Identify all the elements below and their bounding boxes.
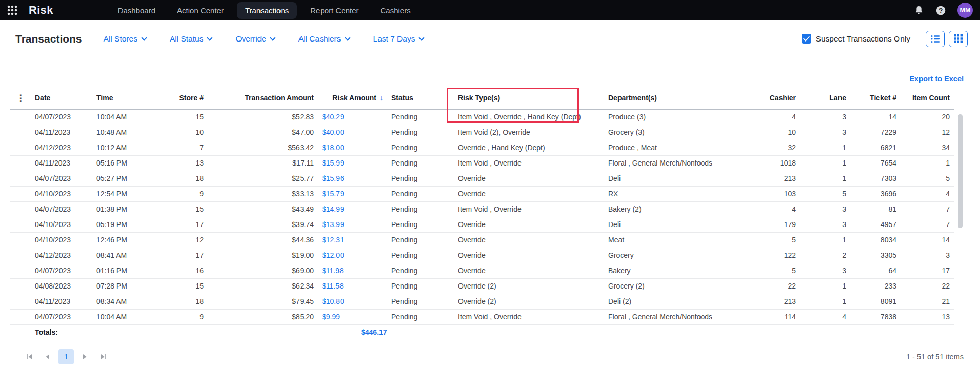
filter-dropdown-last-7-days[interactable]: Last 7 Days bbox=[373, 34, 424, 44]
column-header-risk-amount[interactable]: Risk Amount↓ bbox=[318, 87, 387, 109]
suspect-only-checkbox[interactable] bbox=[802, 34, 811, 44]
cell-risk_types: Override (2) bbox=[444, 294, 600, 309]
column-header-item-count[interactable]: Item Count bbox=[901, 87, 954, 109]
cell-items: 14 bbox=[901, 232, 954, 248]
cell-date: 04/12/2023 bbox=[31, 248, 92, 263]
column-header-lane[interactable]: Lane bbox=[800, 87, 850, 109]
cell-store: 10 bbox=[169, 125, 208, 140]
cell-risk[interactable]: $13.99 bbox=[318, 217, 387, 232]
app-launcher-grid-icon[interactable] bbox=[6, 4, 18, 16]
cell-time: 10:04 AM bbox=[92, 109, 169, 125]
cell-lane: 1 bbox=[800, 171, 850, 186]
cell-risk[interactable]: $11.58 bbox=[318, 278, 387, 294]
chevron-down-icon bbox=[270, 35, 275, 40]
cell-risk[interactable]: $12.00 bbox=[318, 248, 387, 263]
column-header-time[interactable]: Time bbox=[92, 87, 169, 109]
nav-item-transactions[interactable]: Transactions bbox=[237, 2, 297, 19]
cell-cashier: 4 bbox=[756, 201, 800, 217]
cell-ticket: 3696 bbox=[850, 186, 901, 201]
current-page-button[interactable]: 1 bbox=[58, 349, 74, 364]
cell-lane: 3 bbox=[800, 217, 850, 232]
filter-dropdown-all-stores[interactable]: All Stores bbox=[104, 34, 146, 44]
sort-descending-icon: ↓ bbox=[379, 94, 383, 102]
cell-risk[interactable]: $15.79 bbox=[318, 186, 387, 201]
cell-departments: RX bbox=[600, 186, 756, 201]
export-to-excel-link[interactable]: Export to Excel bbox=[909, 75, 964, 83]
cell-amount: $52.83 bbox=[208, 109, 318, 125]
table-row: 04/10/202305:19 PM17$39.74$13.99PendingO… bbox=[10, 217, 954, 232]
cell-items: 12 bbox=[901, 125, 954, 140]
cell-date: 04/10/2023 bbox=[31, 232, 92, 248]
cell-risk_types: Override bbox=[444, 186, 600, 201]
next-page-button[interactable] bbox=[77, 349, 92, 364]
pagination-bar: 1 1 - 51 of 51 items bbox=[0, 343, 980, 370]
cell-risk[interactable]: $11.98 bbox=[318, 263, 387, 278]
filter-dropdown-all-status[interactable]: All Status bbox=[170, 34, 212, 44]
last-page-button[interactable] bbox=[95, 349, 111, 364]
cell-risk[interactable]: $15.99 bbox=[318, 155, 387, 171]
cell-status: Pending bbox=[387, 232, 444, 248]
table-row: 04/12/202310:12 AM7$563.42$18.00PendingO… bbox=[10, 140, 954, 155]
cell-cashier: 5 bbox=[756, 263, 800, 278]
cell-date: 04/07/2023 bbox=[31, 309, 92, 324]
chevron-down-icon bbox=[419, 35, 425, 40]
column-header-risk-type-s[interactable]: Risk Type(s) bbox=[444, 87, 600, 109]
cell-risk[interactable]: $9.99 bbox=[318, 309, 387, 324]
cell-time: 05:16 PM bbox=[92, 155, 169, 171]
table-menu-kebab-icon[interactable]: ⋮ bbox=[10, 87, 31, 109]
column-header-ticket[interactable]: Ticket # bbox=[850, 87, 901, 109]
table-row: 04/07/202310:04 AM9$85.20$9.99PendingIte… bbox=[10, 309, 954, 324]
column-header-cashier[interactable]: Cashier bbox=[756, 87, 800, 109]
svg-text:?: ? bbox=[939, 7, 943, 14]
cell-departments: Deli bbox=[600, 217, 756, 232]
cell-departments: Floral , General Merch/Nonfoods bbox=[600, 155, 756, 171]
cell-cashier: 22 bbox=[756, 278, 800, 294]
cell-risk[interactable]: $40.29 bbox=[318, 109, 387, 125]
filter-dropdown-all-cashiers[interactable]: All Cashiers bbox=[298, 34, 350, 44]
cell-ticket: 7838 bbox=[850, 309, 901, 324]
nav-item-report-center[interactable]: Report Center bbox=[302, 2, 367, 19]
nav-item-action-center[interactable]: Action Center bbox=[169, 2, 232, 19]
notifications-bell-icon[interactable] bbox=[914, 5, 924, 15]
cell-items: 3 bbox=[901, 248, 954, 263]
previous-page-button[interactable] bbox=[40, 349, 55, 364]
cell-amount: $47.00 bbox=[208, 125, 318, 140]
user-avatar[interactable]: MM bbox=[957, 3, 973, 18]
filter-dropdown-override[interactable]: Override bbox=[235, 34, 274, 44]
cell-date: 04/11/2023 bbox=[31, 294, 92, 309]
column-header-date[interactable]: Date bbox=[31, 87, 92, 109]
cell-status: Pending bbox=[387, 263, 444, 278]
top-nav-bar: Risk DashboardAction CenterTransactionsR… bbox=[0, 0, 980, 20]
cell-cashier: 1018 bbox=[756, 155, 800, 171]
grid-view-button[interactable] bbox=[949, 31, 968, 47]
nav-item-dashboard[interactable]: Dashboard bbox=[110, 2, 164, 19]
cell-time: 10:12 AM bbox=[92, 140, 169, 155]
vertical-scrollbar-thumb[interactable] bbox=[958, 114, 963, 228]
column-header-store[interactable]: Store # bbox=[169, 87, 208, 109]
cell-risk[interactable]: $18.00 bbox=[318, 140, 387, 155]
column-header-department-s[interactable]: Department(s) bbox=[600, 87, 756, 109]
table-row: 04/07/202301:16 PM16$69.00$11.98PendingO… bbox=[10, 263, 954, 278]
cell-amount: $79.45 bbox=[208, 294, 318, 309]
cell-date: 04/11/2023 bbox=[31, 125, 92, 140]
column-header-transaction-amount[interactable]: Transaction Amount bbox=[208, 87, 318, 109]
cell-ticket: 81 bbox=[850, 201, 901, 217]
cell-date: 04/12/2023 bbox=[31, 140, 92, 155]
cell-risk[interactable]: $12.31 bbox=[318, 232, 387, 248]
cell-time: 12:46 PM bbox=[92, 232, 169, 248]
first-page-button[interactable] bbox=[22, 349, 37, 364]
table-row: 04/10/202312:46 PM12$44.36$12.31PendingO… bbox=[10, 232, 954, 248]
cell-risk[interactable]: $10.80 bbox=[318, 294, 387, 309]
nav-item-cashiers[interactable]: Cashiers bbox=[372, 2, 418, 19]
cell-risk[interactable]: $15.96 bbox=[318, 171, 387, 186]
cell-status: Pending bbox=[387, 248, 444, 263]
cell-risk[interactable]: $14.99 bbox=[318, 201, 387, 217]
cell-ticket: 6821 bbox=[850, 140, 901, 155]
cell-store: 18 bbox=[169, 294, 208, 309]
app-logo: Risk bbox=[29, 4, 53, 17]
help-icon[interactable]: ? bbox=[935, 5, 946, 16]
list-view-button[interactable] bbox=[926, 31, 945, 47]
cell-risk[interactable]: $40.00 bbox=[318, 125, 387, 140]
cell-departments: Grocery (3) bbox=[600, 125, 756, 140]
column-header-status[interactable]: Status bbox=[387, 87, 444, 109]
